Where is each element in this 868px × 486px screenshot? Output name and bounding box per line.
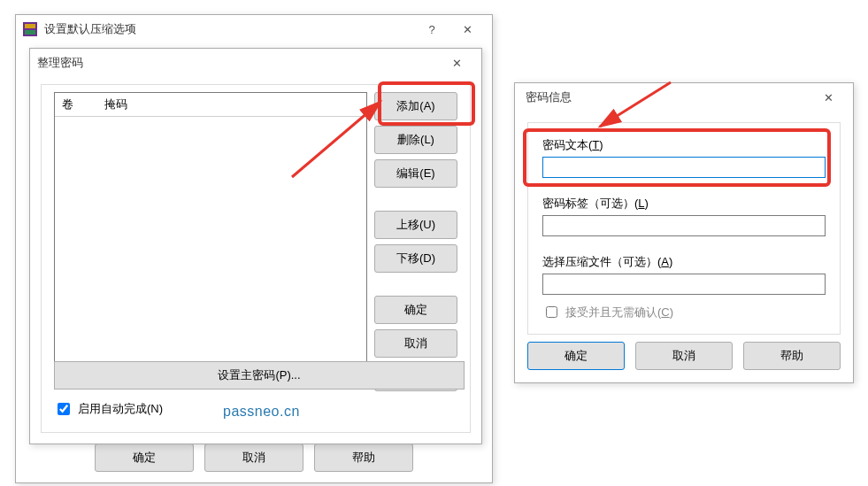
title: 密码信息 xyxy=(522,89,572,105)
password-label-input[interactable] xyxy=(542,215,826,236)
help-button[interactable]: 帮助 xyxy=(743,342,841,370)
movedown-button[interactable]: 下移(D) xyxy=(374,244,457,273)
close-button[interactable]: ✕ xyxy=(810,85,846,110)
svg-rect-2 xyxy=(25,30,35,35)
close-button[interactable]: ✕ xyxy=(449,17,485,42)
accept-no-confirm-label: 接受并且无需确认(C) xyxy=(565,305,673,320)
help-button[interactable]: ? xyxy=(414,17,449,42)
cancel-button[interactable]: 取消 xyxy=(374,329,457,358)
watermark: passneo.cn xyxy=(223,404,300,420)
autocomplete-checkbox[interactable] xyxy=(58,403,70,415)
title: 整理密码 xyxy=(37,55,83,71)
autocomplete-label: 启用自动完成(N) xyxy=(78,401,163,417)
winrar-icon xyxy=(23,22,37,36)
delete-button[interactable]: 删除(L) xyxy=(374,126,457,154)
ok-button[interactable]: 确定 xyxy=(95,444,194,472)
accept-no-confirm-checkbox[interactable] xyxy=(546,306,557,318)
moveup-button[interactable]: 上移(U) xyxy=(374,211,457,239)
ok-button[interactable]: 确定 xyxy=(527,342,625,370)
password-text-input[interactable] xyxy=(542,157,826,178)
close-button[interactable]: ✕ xyxy=(439,50,474,75)
col-mask: 掩码 xyxy=(97,93,134,116)
list-header: 卷 掩码 xyxy=(55,93,366,117)
col-volume: 卷 xyxy=(55,93,97,116)
add-button[interactable]: 添加(A) xyxy=(374,92,457,120)
titlebar: 设置默认压缩选项 ? ✕ xyxy=(16,15,492,43)
cancel-button[interactable]: 取消 xyxy=(204,444,303,472)
titlebar: 整理密码 ✕ xyxy=(30,49,481,77)
edit-button[interactable]: 编辑(E) xyxy=(374,159,457,188)
help-button[interactable]: 帮助 xyxy=(314,444,413,472)
svg-rect-1 xyxy=(25,24,35,28)
password-info-dialog: 密码信息 ✕ 密码文本(T) 密码标签（可选）(L) 选择压缩文件（可选）(A)… xyxy=(514,82,854,383)
cancel-button[interactable]: 取消 xyxy=(635,342,733,370)
archive-select-input[interactable] xyxy=(542,274,826,295)
titlebar: 密码信息 ✕ xyxy=(515,83,853,112)
organize-passwords-dialog: 整理密码 ✕ 卷 掩码 添加(A) 删除(L) 编辑(E) 上移(U) 下移(D… xyxy=(29,48,482,444)
password-text-label: 密码文本(T) xyxy=(542,137,826,153)
ok-button[interactable]: 确定 xyxy=(374,296,457,324)
password-label-label: 密码标签（可选）(L) xyxy=(542,196,826,212)
password-list[interactable]: 卷 掩码 xyxy=(54,92,367,368)
title: 设置默认压缩选项 xyxy=(44,21,136,37)
set-master-password-button[interactable]: 设置主密码(P)... xyxy=(54,361,465,390)
archive-select-label: 选择压缩文件（可选）(A) xyxy=(542,254,826,270)
